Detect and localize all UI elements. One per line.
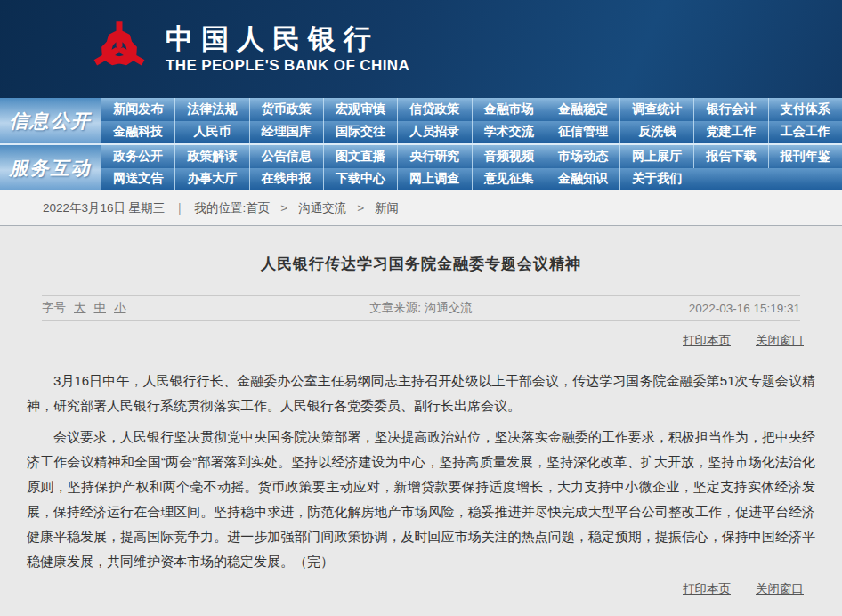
nav-item[interactable]: 反洗钱 bbox=[619, 121, 693, 144]
nav-item[interactable]: 征信管理 bbox=[546, 121, 619, 144]
site-header: 中国人民银行 THE PEOPLE'S BANK OF CHINA bbox=[0, 0, 842, 98]
breadcrumb-item: 新闻 bbox=[375, 201, 399, 215]
article-actions-top: 打印本页 关闭窗口 bbox=[0, 333, 804, 349]
site-title-en: THE PEOPLE'S BANK OF CHINA bbox=[166, 57, 409, 75]
nav-section-label[interactable]: 信息公开 bbox=[0, 98, 101, 143]
article-body: 3月16日中午，人民银行行长、金融委办公室主任易纲同志主持召开处级以上干部会议，… bbox=[27, 369, 815, 574]
nav-item[interactable]: 人员招录 bbox=[397, 121, 471, 144]
nav-item[interactable]: 工会工作 bbox=[768, 121, 842, 144]
breadcrumb: 2022年3月16日 星期三 ｜ 我的位置: 首页>沟通交流>新闻 bbox=[0, 190, 842, 226]
nav-item[interactable]: 政策解读 bbox=[174, 145, 248, 168]
nav-section: 服务互动政务公开政策解读公告信息图文直播央行研究音频视频市场动态网上展厅报告下载… bbox=[0, 145, 842, 190]
nav-item[interactable]: 网上展厅 bbox=[619, 145, 693, 168]
nav-item[interactable]: 法律法规 bbox=[174, 98, 248, 121]
breadcrumb-separator: > bbox=[280, 201, 287, 215]
nav-item[interactable]: 党建工作 bbox=[693, 121, 767, 144]
breadcrumb-item[interactable]: 沟通交流 bbox=[298, 201, 346, 215]
nav-item[interactable]: 市场动态 bbox=[546, 145, 619, 168]
article-paragraph: 会议要求，人民银行坚决贯彻党中央国务院决策部署，坚决提高政治站位，坚决落实金融委… bbox=[27, 425, 815, 574]
nav-item[interactable]: 报刊年鉴 bbox=[768, 145, 842, 168]
nav-item[interactable]: 在线申报 bbox=[249, 168, 323, 191]
nav-item[interactable]: 金融科技 bbox=[101, 121, 174, 144]
breadcrumb-divider: ｜ bbox=[174, 200, 185, 216]
article-title: 人民银行传达学习国务院金融委专题会议精神 bbox=[0, 254, 842, 274]
nav-section: 信息公开新闻发布法律法规货币政策宏观审慎信贷政策金融市场金融稳定调查统计银行会计… bbox=[0, 98, 842, 143]
main-nav: 信息公开新闻发布法律法规货币政策宏观审慎信贷政策金融市场金融稳定调查统计银行会计… bbox=[0, 98, 842, 190]
nav-item[interactable]: 下载中心 bbox=[323, 168, 397, 191]
nav-item[interactable]: 办事大厅 bbox=[174, 168, 248, 191]
close-window-link[interactable]: 关闭窗口 bbox=[756, 581, 804, 597]
nav-item[interactable]: 信贷政策 bbox=[397, 98, 471, 121]
close-window-link[interactable]: 关闭窗口 bbox=[756, 333, 804, 349]
nav-item[interactable]: 金融市场 bbox=[472, 98, 546, 121]
nav-cell-empty bbox=[768, 168, 842, 191]
nav-cell-empty bbox=[693, 168, 767, 191]
nav-item[interactable]: 新闻发布 bbox=[101, 98, 174, 121]
nav-item[interactable]: 银行会计 bbox=[693, 98, 767, 121]
source-label: 文章来源: bbox=[369, 301, 421, 314]
nav-section-label[interactable]: 服务互动 bbox=[0, 145, 101, 190]
nav-item[interactable]: 人民币 bbox=[174, 121, 248, 144]
nav-grid: 新闻发布法律法规货币政策宏观审慎信贷政策金融市场金融稳定调查统计银行会计支付体系… bbox=[101, 98, 842, 143]
nav-item[interactable]: 图文直播 bbox=[323, 145, 397, 168]
breadcrumb-date: 2022年3月16日 星期三 bbox=[43, 200, 165, 216]
nav-item[interactable]: 央行研究 bbox=[397, 145, 471, 168]
nav-item[interactable]: 调查统计 bbox=[619, 98, 693, 121]
nav-item[interactable]: 支付体系 bbox=[768, 98, 842, 121]
nav-item[interactable]: 学术交流 bbox=[472, 121, 546, 144]
article-actions-bottom: 打印本页 关闭窗口 bbox=[0, 581, 804, 597]
print-page-link[interactable]: 打印本页 bbox=[683, 333, 731, 349]
nav-item[interactable]: 金融知识 bbox=[546, 168, 619, 191]
nav-item[interactable]: 宏观审慎 bbox=[323, 98, 397, 121]
print-page-link[interactable]: 打印本页 bbox=[683, 581, 731, 597]
nav-item[interactable]: 音频视频 bbox=[472, 145, 546, 168]
nav-item[interactable]: 网上调查 bbox=[397, 168, 471, 191]
article: 人民银行传达学习国务院金融委专题会议精神 字号 大中小 文章来源: 沟通交流 2… bbox=[0, 226, 842, 597]
breadcrumb-item[interactable]: 首页 bbox=[246, 201, 270, 215]
breadcrumb-items: 首页>沟通交流>新闻 bbox=[246, 200, 399, 216]
nav-item[interactable]: 国际交往 bbox=[323, 121, 397, 144]
nav-item[interactable]: 公告信息 bbox=[249, 145, 323, 168]
breadcrumb-location-prefix: 我的位置: bbox=[195, 200, 247, 216]
article-paragraph: 3月16日中午，人民银行行长、金融委办公室主任易纲同志主持召开处级以上干部会议，… bbox=[27, 369, 815, 418]
nav-grid: 政务公开政策解读公告信息图文直播央行研究音频视频市场动态网上展厅报告下载报刊年鉴… bbox=[101, 145, 842, 190]
site-title-cn: 中国人民银行 bbox=[166, 24, 409, 54]
nav-item[interactable]: 经理国库 bbox=[249, 121, 323, 144]
nav-item[interactable]: 货币政策 bbox=[249, 98, 323, 121]
nav-item[interactable]: 金融稳定 bbox=[546, 98, 619, 121]
nav-item[interactable]: 意见征集 bbox=[472, 168, 546, 191]
article-source: 文章来源: 沟通交流 bbox=[42, 300, 800, 316]
source-value: 沟通交流 bbox=[425, 301, 473, 314]
nav-item[interactable]: 政务公开 bbox=[101, 145, 174, 168]
site-brand: 中国人民银行 THE PEOPLE'S BANK OF CHINA bbox=[166, 24, 409, 75]
nav-item[interactable]: 关于我们 bbox=[619, 168, 693, 191]
nav-item[interactable]: 报告下载 bbox=[693, 145, 767, 168]
nav-item[interactable]: 网送文告 bbox=[101, 168, 174, 191]
pboc-emblem-icon bbox=[87, 13, 151, 85]
article-meta-bar: 字号 大中小 文章来源: 沟通交流 2022-03-16 15:19:31 bbox=[42, 295, 800, 321]
breadcrumb-separator: > bbox=[357, 201, 364, 215]
